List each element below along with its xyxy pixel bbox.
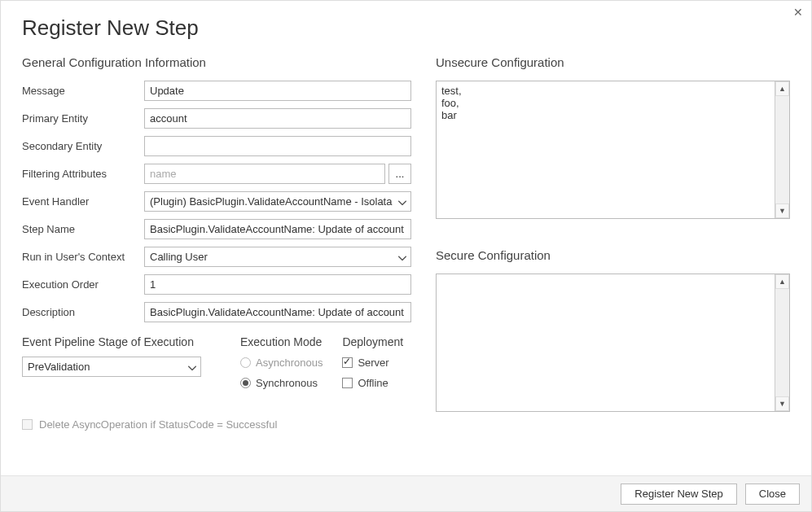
asynchronous-label: Asynchronous	[256, 357, 323, 369]
run-context-label: Run in User's Context	[22, 251, 144, 263]
offline-checkbox[interactable]: Offline	[342, 377, 403, 389]
scrollbar[interactable]: ▲ ▼	[775, 81, 789, 218]
message-input[interactable]	[144, 81, 411, 101]
execution-mode-heading: Execution Mode	[240, 335, 323, 348]
message-label: Message	[22, 85, 144, 97]
checkbox-disabled-icon	[22, 419, 33, 430]
server-label: Server	[358, 357, 388, 369]
filtering-attributes-browse-button[interactable]: ...	[388, 164, 411, 184]
secure-config-heading: Secure Configuration	[436, 248, 790, 262]
execution-order-input[interactable]	[144, 274, 411, 295]
radio-checked-icon	[240, 378, 251, 388]
pipeline-stage-select[interactable]	[22, 357, 201, 377]
close-icon[interactable]: ✕	[793, 6, 803, 19]
scrollbar[interactable]: ▲ ▼	[775, 274, 789, 411]
secondary-entity-input[interactable]	[144, 136, 411, 156]
secondary-entity-label: Secondary Entity	[22, 140, 144, 152]
step-name-input[interactable]	[144, 219, 411, 239]
unsecure-config-textarea[interactable]	[437, 81, 775, 218]
pipeline-stage-heading: Event Pipeline Stage of Execution	[22, 335, 221, 348]
description-label: Description	[22, 306, 144, 318]
checkbox-checked-icon	[342, 357, 353, 368]
synchronous-label: Synchronous	[256, 377, 318, 389]
asynchronous-radio[interactable]: Asynchronous	[240, 357, 323, 369]
radio-unchecked-icon	[240, 357, 251, 368]
unsecure-config-heading: Unsecure Configuration	[436, 55, 790, 69]
deployment-heading: Deployment	[342, 335, 403, 348]
checkbox-unchecked-icon	[342, 378, 353, 388]
event-handler-label: Event Handler	[22, 195, 144, 208]
general-config-heading: General Configuration Information	[22, 55, 411, 69]
event-handler-select[interactable]	[144, 191, 411, 212]
primary-entity-label: Primary Entity	[22, 112, 144, 125]
scroll-down-icon[interactable]: ▼	[775, 203, 789, 218]
filtering-attributes-input[interactable]	[144, 164, 385, 184]
step-name-label: Step Name	[22, 223, 144, 235]
secure-config-textarea[interactable]	[437, 274, 775, 411]
offline-label: Offline	[358, 377, 388, 389]
dialog-title: Register New Step	[1, 1, 811, 47]
close-button[interactable]: Close	[745, 484, 800, 505]
synchronous-radio[interactable]: Synchronous	[240, 377, 323, 389]
delete-async-checkbox[interactable]: Delete AsyncOperation if StatusCode = Su…	[22, 418, 411, 431]
delete-async-label: Delete AsyncOperation if StatusCode = Su…	[39, 418, 277, 431]
description-input[interactable]	[144, 302, 411, 322]
execution-order-label: Execution Order	[22, 278, 144, 291]
primary-entity-input[interactable]	[144, 108, 411, 129]
run-context-select[interactable]	[144, 247, 411, 267]
scroll-down-icon[interactable]: ▼	[775, 396, 789, 411]
scroll-up-icon[interactable]: ▲	[775, 81, 789, 96]
filtering-attributes-label: Filtering Attributes	[22, 168, 144, 180]
server-checkbox[interactable]: Server	[342, 357, 403, 369]
register-new-step-button[interactable]: Register New Step	[621, 484, 736, 505]
scroll-up-icon[interactable]: ▲	[775, 274, 789, 289]
